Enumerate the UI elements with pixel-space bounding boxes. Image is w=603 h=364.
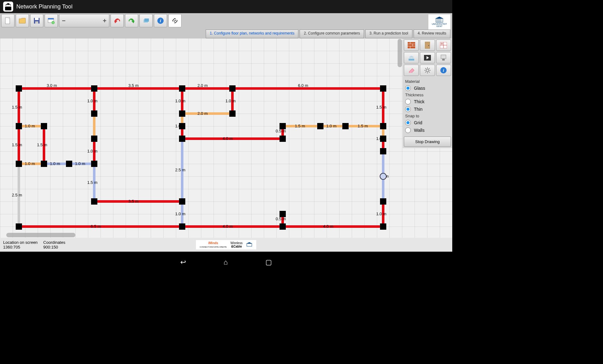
svg-rect-12: [144, 19, 149, 22]
add-layer-button[interactable]: +: [45, 14, 58, 27]
svg-rect-122: [179, 223, 185, 230]
svg-rect-104: [91, 136, 97, 142]
svg-text:2.0 m: 2.0 m: [198, 111, 208, 116]
svg-rect-107: [179, 123, 185, 129]
svg-rect-115: [380, 148, 386, 154]
svg-point-136: [428, 45, 429, 46]
svg-rect-143: [441, 55, 446, 59]
step-tab-2[interactable]: 2. Configure common parameters: [300, 29, 364, 38]
university-logo: UNIVERSITEIT GENT: [428, 14, 450, 29]
thickness-thick-radio[interactable]: Thick: [405, 98, 450, 105]
svg-text:i: i: [443, 68, 444, 73]
svg-rect-116: [16, 161, 22, 167]
step-tab-3[interactable]: 3. Run a prediction tool: [365, 29, 412, 38]
snap-label: Snap to: [405, 114, 450, 118]
svg-rect-124: [280, 211, 286, 217]
svg-text:1.0 m: 1.0 m: [50, 161, 60, 166]
iminds-logo: iMindsCONNECT.INNOVATE.CREATE: [200, 241, 227, 248]
svg-text:0.5 m: 0.5 m: [276, 217, 286, 221]
svg-rect-135: [425, 42, 430, 49]
svg-rect-97: [91, 85, 97, 92]
svg-point-145: [426, 69, 429, 72]
svg-rect-110: [280, 136, 286, 142]
main-area: + −+ i UNIVERSITEIT GENT 1. Configure fl…: [0, 13, 452, 252]
device-tool-button[interactable]: [436, 52, 451, 63]
svg-rect-123: [16, 223, 22, 230]
vertical-scrollbar[interactable]: [398, 39, 402, 67]
thickness-thin-radio[interactable]: Thin: [405, 105, 450, 113]
zoom-slider[interactable]: −+: [59, 14, 109, 27]
zoom-out-icon: −: [62, 17, 66, 24]
toolbar: + −+ i: [0, 13, 452, 28]
svg-text:4.0 m: 4.0 m: [223, 136, 233, 141]
title-bar: Network Planning Tool: [0, 0, 452, 13]
svg-rect-114: [380, 136, 386, 142]
svg-rect-102: [41, 123, 47, 129]
info-button[interactable]: i: [154, 14, 167, 27]
svg-rect-105: [179, 110, 185, 117]
status-bar: Location on screen 1360:705 Coordinates …: [0, 238, 452, 252]
svg-text:1.5 m: 1.5 m: [295, 124, 305, 128]
svg-text:6.5 m: 6.5 m: [91, 224, 101, 229]
svg-text:1.5 m: 1.5 m: [376, 105, 387, 110]
new-file-button[interactable]: [1, 14, 14, 27]
stop-drawing-button[interactable]: Stop Drawing: [404, 136, 451, 147]
svg-rect-103: [91, 110, 97, 117]
step-tab-4[interactable]: 4. Review results: [414, 29, 450, 38]
recent-button[interactable]: ▢: [265, 258, 272, 266]
svg-rect-127: [380, 223, 386, 230]
svg-rect-112: [342, 123, 349, 129]
snap-grid-radio[interactable]: Grid: [405, 119, 450, 126]
floor-plan-canvas[interactable]: 2.5 m1.0 m1.0 m2.0 m1.0 m1.5 m1.0 m1.5 m…: [0, 38, 452, 238]
link-button[interactable]: [168, 14, 182, 27]
svg-text:3.5 m: 3.5 m: [128, 199, 139, 204]
wall-tool-button[interactable]: [404, 40, 419, 51]
svg-rect-8: [48, 18, 54, 19]
home-button[interactable]: ⌂: [224, 258, 228, 266]
svg-rect-6: [35, 21, 38, 24]
svg-rect-120: [91, 198, 97, 205]
svg-text:1.5 m: 1.5 m: [12, 105, 22, 110]
open-file-button[interactable]: [16, 14, 29, 27]
back-button[interactable]: ↩: [180, 258, 186, 266]
svg-rect-140: [441, 43, 443, 45]
run-tool-button[interactable]: [420, 52, 435, 63]
erase-tool-button[interactable]: [404, 65, 419, 76]
app-icon: [3, 1, 14, 12]
snap-walls-radio[interactable]: Walls: [405, 126, 450, 134]
step-tabs: 1. Configure floor plan, networks and re…: [0, 29, 452, 38]
svg-line-153: [429, 68, 430, 69]
svg-rect-106: [229, 110, 236, 117]
svg-text:4.0 m: 4.0 m: [323, 224, 334, 229]
svg-line-151: [429, 72, 430, 72]
svg-text:4.0 m: 4.0 m: [223, 224, 233, 229]
svg-rect-1: [5, 7, 11, 10]
svg-text:1.0 m: 1.0 m: [175, 211, 186, 216]
svg-text:1.0 m: 1.0 m: [225, 99, 236, 103]
ap-tool-button[interactable]: [404, 52, 419, 63]
door-tool-button[interactable]: [420, 40, 435, 51]
svg-text:1.0 m: 1.0 m: [376, 211, 387, 216]
svg-text:1.5 m: 1.5 m: [358, 124, 368, 128]
svg-text:1.0 m: 1.0 m: [87, 99, 98, 103]
svg-text:1.0 m: 1.0 m: [175, 99, 186, 103]
redo-button[interactable]: [125, 14, 138, 27]
window-tool-button[interactable]: [436, 40, 451, 51]
step-tab-1[interactable]: 1. Configure floor plan, networks and re…: [206, 29, 298, 38]
svg-rect-15: [436, 19, 443, 22]
svg-rect-98: [179, 85, 185, 92]
svg-text:1.0 m: 1.0 m: [87, 149, 98, 153]
save-file-button[interactable]: [30, 14, 43, 27]
help-tool-button[interactable]: i: [436, 65, 451, 76]
material-glass-radio[interactable]: Glass: [405, 84, 450, 92]
app-title: Network Planning Tool: [16, 3, 73, 10]
undo-button[interactable]: [111, 14, 124, 27]
settings-tool-button[interactable]: [420, 65, 435, 76]
horizontal-scrollbar[interactable]: [6, 233, 75, 237]
location-value: 1360:705: [3, 245, 20, 249]
svg-rect-129: [408, 42, 415, 48]
layers-button[interactable]: [139, 14, 153, 27]
svg-rect-121: [179, 198, 185, 205]
side-panel: i Material Glass Thickness Thick Thin Sn…: [403, 38, 452, 148]
svg-text:1.0 m: 1.0 m: [326, 124, 337, 128]
